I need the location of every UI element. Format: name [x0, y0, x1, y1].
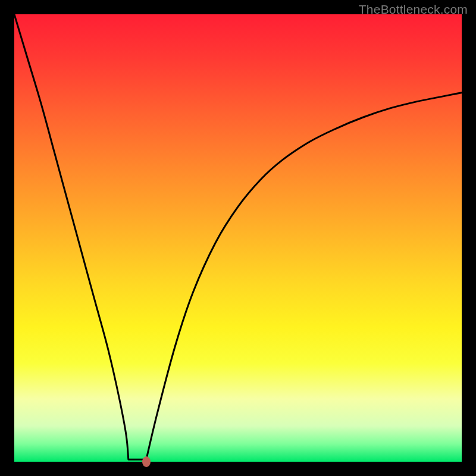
chart-frame: TheBottleneck.com [0, 0, 476, 476]
watermark-text: TheBottleneck.com [359, 2, 468, 17]
optimal-point-marker [142, 456, 151, 467]
plot-area [14, 14, 462, 462]
bottleneck-curve [14, 14, 462, 462]
